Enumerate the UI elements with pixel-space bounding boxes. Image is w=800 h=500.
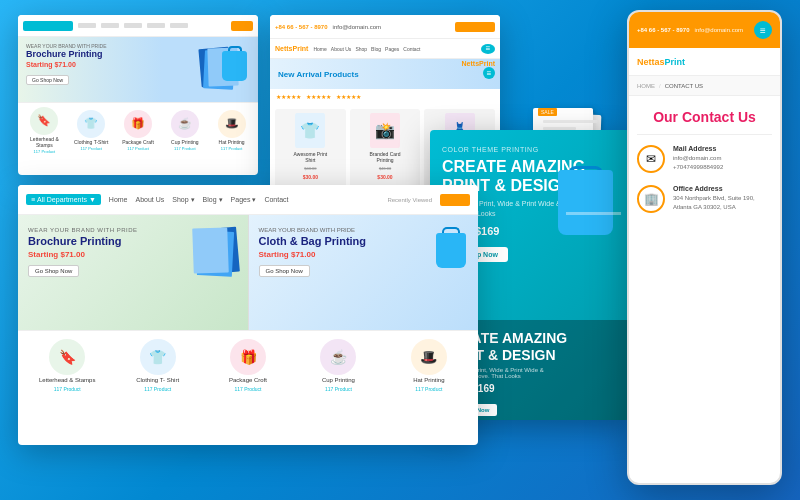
cat-sub-shirt: 117 Product — [144, 386, 171, 392]
mob-office-info: Office Address 304 Northpark Blvd, Suite… — [673, 185, 772, 211]
cat-sub-hat: 117 Product — [415, 386, 442, 392]
cat-label-cup: Cup Printing — [322, 377, 355, 384]
tl-bag — [222, 46, 247, 81]
nav-about: About Us — [136, 196, 165, 204]
mob-menu-btn[interactable]: ≡ — [754, 21, 772, 39]
tl-cat-sub-cup: 117 Product — [174, 146, 196, 151]
tl-hero: WEAR YOUR BRAND WITH PRIDE Brochure Prin… — [18, 37, 258, 102]
tm-nav: NettsPrint Home About Us Shop Blog Pages… — [270, 39, 500, 59]
tl-cat-cup: ☕ Cup Printing 117 Product — [162, 110, 207, 151]
tm-phone: +84 66 - 567 - 8970 — [275, 24, 328, 30]
hl-price-new: $169 — [475, 225, 499, 237]
mob-contact-mail: ✉ Mail Address info@domain.com +70474999… — [637, 145, 772, 173]
bsf-sale-tag: SALE — [538, 108, 557, 116]
tl-hero-price: Starting $71.00 — [26, 61, 195, 68]
tm-nav-shop: Shop — [355, 46, 367, 52]
cat-cup: ☕ Cup Printing 117 Product — [295, 339, 381, 392]
nav-recently: Recently Viewed — [387, 197, 432, 203]
hero-left: WEAR YOUR BRAND WITH PRIDE Brochure Prin… — [18, 215, 248, 330]
hl-bag-body — [558, 170, 613, 235]
mob-mail-info: Mail Address info@domain.com +7047499988… — [673, 145, 772, 171]
screenshot-main: ≡ All Departments ▼ Home About Us Shop ▾… — [18, 185, 478, 445]
tm-nav-pages: Pages — [385, 46, 399, 52]
tm-stars-3: ★★★★★ — [336, 93, 361, 100]
mob-logo-part2: Print — [665, 57, 686, 67]
tl-nav-btn — [231, 21, 253, 31]
tl-cat-label-hat: Hat Printing — [219, 139, 245, 145]
tl-nav-logo — [23, 21, 73, 31]
tm-product-card: 📸 Branded CardPrinting $43.00 $30.00 — [350, 109, 421, 189]
tm-prod-img-card: 📸 — [370, 113, 400, 148]
tl-hero-text: WEAR YOUR BRAND WITH PRIDE Brochure Prin… — [26, 43, 195, 96]
hero-left-books — [193, 223, 243, 278]
tm-prod-img-shirt: 👕 — [295, 113, 325, 148]
tm-stars-2: ★★★★★ — [306, 93, 331, 100]
ss-main-cats: 🔖 Letterhead & Stamps 117 Product 👕 Clot… — [18, 330, 478, 400]
tl-cat-icon-shirt: 👕 — [77, 110, 105, 138]
tm-nav-contact: Contact — [403, 46, 420, 52]
tm-logo — [455, 22, 495, 32]
tl-hero-img — [195, 43, 250, 96]
cat-sub-stamps: 117 Product — [54, 386, 81, 392]
tl-nav-link — [101, 23, 119, 28]
mob-bc-sep: / — [659, 83, 661, 89]
tl-cat-sub-stamps: 117 Product — [34, 149, 56, 154]
cat-label-hat: Hat Printing — [413, 377, 444, 384]
tm-product-shirt: 👕 Awesome PrintShirt $43.00 $30.00 — [275, 109, 346, 189]
ss-main-nav: ≡ All Departments ▼ Home About Us Shop ▾… — [18, 185, 478, 215]
tl-hero-btn[interactable]: Go Shop Now — [26, 75, 69, 85]
tl-cat-label-shirt: Clothing T-Shirt — [74, 139, 108, 145]
mob-contact-title-text: Our Contact Us — [637, 108, 772, 126]
mob-office-icon: 🏢 — [637, 185, 665, 213]
mob-contact-office: 🏢 Office Address 304 Northpark Blvd, Sui… — [637, 185, 772, 213]
tl-nav-link — [78, 23, 96, 28]
nav-login-btn[interactable] — [440, 194, 470, 206]
bsf-line1 — [543, 120, 598, 123]
cat-label-stamps: Letterhead & Stamps — [39, 377, 95, 384]
hero-left-btn[interactable]: Go Shop Now — [28, 265, 79, 277]
tl-cat-shirt: 👕 Clothing T-Shirt 117 Product — [69, 110, 114, 151]
tm-prod-title-card: Branded CardPrinting — [369, 151, 400, 163]
cat-icon-cup: ☕ — [320, 339, 356, 375]
tl-nav-links — [78, 23, 226, 28]
tl-nav-link — [124, 23, 142, 28]
mob-mail-label: Mail Address — [673, 145, 772, 152]
tm-prod-old-shirt: $43.00 — [304, 166, 316, 171]
mob-phone: +84 66 - 567 - 8970 — [637, 27, 690, 33]
tm-nav-about: About Us — [331, 46, 352, 52]
cat-icon-hat: 🎩 — [411, 339, 447, 375]
mob-header: +84 66 - 567 - 8970 info@domain.com ≡ — [629, 12, 780, 48]
nav-blog: Blog ▾ — [203, 196, 223, 204]
mob-mail-icon: ✉ — [637, 145, 665, 173]
mob-nav: NettasPrint — [629, 48, 780, 76]
cat-sub-package: 117 Product — [235, 386, 262, 392]
nav-contact: Contact — [264, 196, 288, 204]
hero-right-btn[interactable]: Go Shop Now — [259, 265, 310, 277]
dept-arrow-icon: ▼ — [89, 196, 96, 203]
tl-cat-sub-shirt: 117 Product — [80, 146, 102, 151]
tm-nav-menu-btn[interactable]: ≡ — [481, 44, 495, 54]
dept-icon: ≡ — [31, 196, 35, 203]
tm-nav-home: Home — [313, 46, 326, 52]
cat-stamps: 🔖 Letterhead & Stamps 117 Product — [24, 339, 110, 392]
tm-nav-blog: Blog — [371, 46, 381, 52]
ss-main-nav-links: Home About Us Shop ▾ Blog ▾ Pages ▾ Cont… — [109, 196, 380, 204]
dept-btn[interactable]: ≡ All Departments ▼ — [26, 194, 101, 205]
tl-cat-sub-package: 117 Product — [127, 146, 149, 151]
tl-cat-stamps: 🔖 Letterhead &Stamps 117 Product — [22, 107, 67, 154]
cat-package: 🎁 Package Croft 117 Product — [205, 339, 291, 392]
tl-nav-link — [170, 23, 188, 28]
tm-prod-new-card: $30.00 — [377, 174, 392, 180]
tl-nav-link — [147, 23, 165, 28]
tl-cats: 🔖 Letterhead &Stamps 117 Product 👕 Cloth… — [18, 102, 258, 157]
cat-icon-shirt: 👕 — [140, 339, 176, 375]
mob-breadcrumb: HOME / CONTACT US — [629, 76, 780, 96]
hero-right-bag — [428, 220, 473, 275]
main-wrapper: WEAR YOUR BRAND WITH PRIDE Brochure Prin… — [0, 0, 800, 500]
cat-label-shirt: Clothing T- Shirt — [136, 377, 179, 384]
screenshot-mobile: +84 66 - 567 - 8970 info@domain.com ≡ Ne… — [627, 10, 782, 485]
mob-office-value1: 304 Northpark Blvd, Suite 190, — [673, 194, 772, 202]
mob-logo-part1: Nettas — [637, 57, 665, 67]
mob-bc-home: HOME — [637, 83, 655, 89]
mob-bc-current: CONTACT US — [665, 83, 703, 89]
